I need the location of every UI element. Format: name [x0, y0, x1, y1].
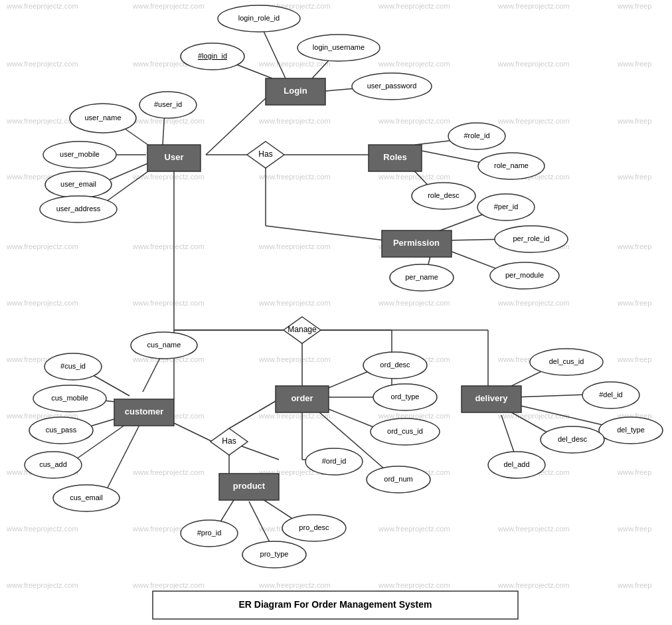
- svg-text:pro_type: pro_type: [260, 550, 289, 558]
- svg-text:#role_id: #role_id: [463, 132, 489, 139]
- svg-text:www.freeprojectz.com: www.freeprojectz.com: [497, 412, 570, 420]
- svg-line-82: [266, 226, 385, 240]
- svg-text:cus_email: cus_email: [70, 493, 103, 501]
- svg-text:user_address: user_address: [56, 205, 101, 213]
- svg-text:www.freeprojectz.com: www.freeprojectz.com: [497, 525, 570, 533]
- svg-text:www.freeprojectz.com: www.freeprojectz.com: [6, 299, 78, 307]
- svg-text:role_name: role_name: [494, 161, 529, 169]
- svg-text:www.freeprojectz.com: www.freeprojectz.com: [258, 60, 331, 68]
- svg-text:role_desc: role_desc: [428, 191, 460, 199]
- svg-text:www.freeprojectz.com: www.freeprojectz.com: [378, 299, 450, 307]
- svg-text:www.freep: www.freep: [617, 242, 651, 250]
- svg-text:www.freep: www.freep: [617, 299, 651, 307]
- svg-text:www.freeprojectz.com: www.freeprojectz.com: [378, 525, 450, 533]
- svg-text:del_desc: del_desc: [558, 435, 588, 443]
- svg-text:www.freeprojectz.com: www.freeprojectz.com: [6, 117, 78, 125]
- svg-text:www.freep: www.freep: [617, 60, 651, 68]
- svg-text:#del_id: #del_id: [599, 391, 622, 399]
- svg-text:#pro_id: #pro_id: [197, 529, 222, 537]
- svg-text:www.freeprojectz.com: www.freeprojectz.com: [497, 299, 570, 307]
- svg-text:www.freep: www.freep: [617, 355, 651, 363]
- svg-line-112: [103, 425, 139, 497]
- svg-text:#per_id: #per_id: [494, 203, 519, 211]
- svg-text:www.freeprojectz.com: www.freeprojectz.com: [497, 2, 570, 10]
- svg-line-103: [515, 395, 588, 397]
- manage-label: Manage: [288, 325, 317, 334]
- has-label-order-product: Has: [222, 436, 236, 446]
- svg-text:user_password: user_password: [367, 82, 417, 90]
- svg-text:www.freeprojectz.com: www.freeprojectz.com: [378, 117, 450, 125]
- svg-text:www.freep: www.freep: [617, 525, 651, 533]
- svg-text:www.freeprojectz.com: www.freeprojectz.com: [6, 60, 78, 68]
- user-label: User: [165, 152, 184, 162]
- svg-text:ord_cus_id: ord_cus_id: [387, 427, 423, 435]
- svg-text:www.freeprojectz.com: www.freeprojectz.com: [258, 173, 331, 181]
- svg-text:del_add: del_add: [503, 460, 529, 468]
- svg-text:user_email: user_email: [60, 180, 96, 188]
- product-label: product: [233, 481, 266, 491]
- svg-text:www.freeprojectz.com: www.freeprojectz.com: [258, 355, 331, 363]
- svg-text:www.freeprojectz.com: www.freeprojectz.com: [6, 2, 78, 10]
- svg-text:www.freeprojectz.com: www.freeprojectz.com: [497, 117, 570, 125]
- svg-text:www.freeprojectz.com: www.freeprojectz.com: [378, 2, 450, 10]
- svg-text:ord_type: ord_type: [391, 393, 420, 401]
- diagram-title: ER Diagram For Order Management System: [239, 599, 432, 610]
- svg-text:www.freep: www.freep: [617, 2, 651, 10]
- svg-text:del_type: del_type: [617, 426, 645, 434]
- svg-line-96: [325, 370, 372, 389]
- svg-text:per_role_id: per_role_id: [513, 234, 549, 242]
- svg-text:www.freeprojectz.com: www.freeprojectz.com: [132, 2, 205, 10]
- svg-text:www.freeprojectz.com: www.freeprojectz.com: [258, 299, 331, 307]
- svg-text:www.freeprojectz.com: www.freeprojectz.com: [6, 581, 78, 589]
- svg-text:www.freep: www.freep: [617, 468, 651, 476]
- svg-text:ord_desc: ord_desc: [380, 361, 410, 369]
- svg-text:per_module: per_module: [505, 271, 544, 279]
- svg-text:per_name: per_name: [405, 273, 438, 281]
- svg-text:#ord_id: #ord_id: [322, 457, 347, 465]
- svg-text:www.freeprojectz.com: www.freeprojectz.com: [497, 60, 570, 68]
- svg-text:www.freeprojectz.com: www.freeprojectz.com: [132, 242, 205, 250]
- svg-text:www.freep: www.freep: [617, 173, 651, 181]
- svg-text:ord_num: ord_num: [384, 475, 412, 483]
- svg-text:login_username: login_username: [313, 43, 365, 51]
- customer-label: customer: [125, 406, 164, 416]
- svg-text:www.freeprojectz.com: www.freeprojectz.com: [132, 581, 205, 589]
- svg-text:www.freeprojectz.com: www.freeprojectz.com: [6, 242, 78, 250]
- svg-text:cus_mobile: cus_mobile: [51, 394, 88, 402]
- svg-line-70: [206, 98, 266, 155]
- svg-line-115: [174, 423, 212, 442]
- order-label: order: [291, 393, 313, 403]
- svg-text:www.freeprojectz.com: www.freeprojectz.com: [132, 299, 205, 307]
- svg-text:del_cus_id: del_cus_id: [549, 357, 584, 365]
- svg-text:www.freeprojectz.com: www.freeprojectz.com: [132, 468, 205, 476]
- svg-text:#user_id: #user_id: [154, 100, 182, 108]
- svg-text:login_role_id: login_role_id: [238, 14, 280, 22]
- svg-text:www.freeprojectz.com: www.freeprojectz.com: [258, 117, 331, 125]
- svg-text:#login_id: #login_id: [198, 52, 227, 60]
- svg-text:www.freeprojectz.com: www.freeprojectz.com: [497, 581, 570, 589]
- svg-text:www.freeprojectz.com: www.freeprojectz.com: [378, 173, 450, 181]
- svg-text:www.freeprojectz.com: www.freeprojectz.com: [258, 581, 331, 589]
- svg-text:user_mobile: user_mobile: [60, 150, 100, 158]
- svg-text:www.freep: www.freep: [617, 581, 651, 589]
- svg-text:#cus_id: #cus_id: [60, 362, 86, 370]
- has-label-user-roles: Has: [258, 149, 272, 159]
- svg-text:www.freep: www.freep: [617, 117, 651, 125]
- svg-text:user_name: user_name: [84, 114, 121, 122]
- svg-text:www.freeprojectz.com: www.freeprojectz.com: [258, 242, 331, 250]
- svg-text:www.freeprojectz.com: www.freeprojectz.com: [6, 525, 78, 533]
- svg-text:cus_name: cus_name: [147, 341, 181, 349]
- svg-text:www.freeprojectz.com: www.freeprojectz.com: [378, 581, 450, 589]
- svg-text:cus_pass: cus_pass: [46, 426, 77, 434]
- svg-text:www.freeprojectz.com: www.freeprojectz.com: [378, 60, 450, 68]
- svg-text:www.freeprojectz.com: www.freeprojectz.com: [132, 173, 205, 181]
- svg-text:pro_desc: pro_desc: [299, 523, 329, 531]
- login-label: Login: [284, 86, 307, 96]
- svg-text:cus_add: cus_add: [39, 460, 67, 468]
- delivery-label: delivery: [475, 393, 508, 403]
- permission-label: Permission: [393, 238, 440, 248]
- roles-label: Roles: [383, 152, 406, 162]
